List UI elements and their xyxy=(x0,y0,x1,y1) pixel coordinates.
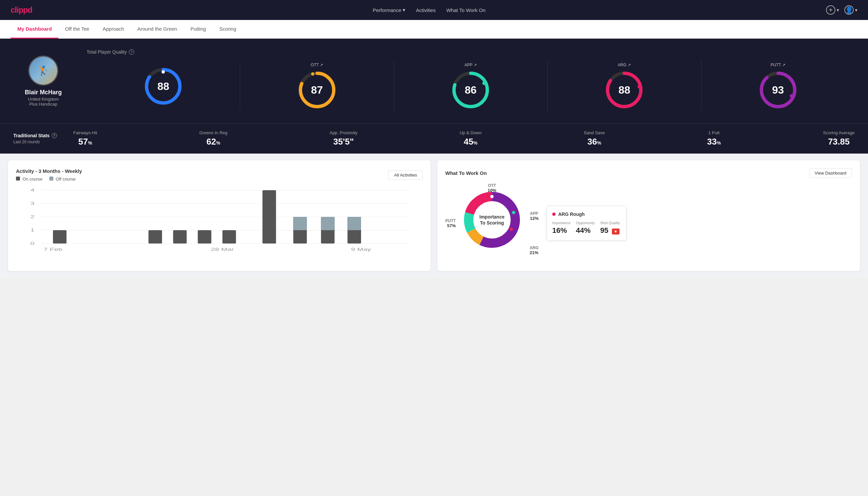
arg-label: ARG ↗ xyxy=(618,63,631,67)
svg-text:28 Mar: 28 Mar xyxy=(211,247,234,251)
metrics-section: Total Player Quality ? 88 xyxy=(86,49,855,113)
svg-point-8 xyxy=(482,82,486,85)
all-activities-button[interactable]: All Activities xyxy=(388,170,423,180)
svg-point-14 xyxy=(790,94,793,98)
info-card-metrics: Importance 16% Opportunity 44% Shot Qual… xyxy=(552,221,621,235)
svg-rect-27 xyxy=(173,230,187,244)
arg-circle: 88 xyxy=(604,70,644,110)
ott-metric: OTT ↗ 87 xyxy=(240,60,394,113)
svg-rect-28 xyxy=(198,230,211,244)
svg-point-45 xyxy=(512,211,515,214)
ott-label: OTT ↗ xyxy=(311,63,323,67)
app-metric: APP ↗ 86 xyxy=(394,60,548,113)
wtwo-panel-header: What To Work On View Dashboard xyxy=(445,168,852,178)
tab-scoring[interactable]: Scoring xyxy=(212,20,243,38)
player-country: United Kingdom xyxy=(28,97,59,102)
bar-chart-area: 4 3 2 1 0 xyxy=(16,187,423,253)
nav-links: Performance ▾ Activities What To Work On xyxy=(373,7,486,13)
overall-value: 88 xyxy=(157,80,169,93)
app-donut-label: APP xyxy=(530,211,539,216)
nav-activities[interactable]: Activities xyxy=(416,7,436,13)
stat-scoring-avg: Scoring Average 73.85 xyxy=(823,130,855,147)
chart-legend: On course Off course xyxy=(16,176,82,182)
tab-bar: My Dashboard Off the Tee Approach Around… xyxy=(0,20,868,38)
tab-approach[interactable]: Approach xyxy=(96,20,130,38)
app-circle: 86 xyxy=(451,70,491,110)
help-icon[interactable]: ? xyxy=(129,49,134,55)
putt-circle: 93 xyxy=(758,70,798,110)
nav-what-to-work-on[interactable]: What To Work On xyxy=(446,7,486,13)
svg-text:0: 0 xyxy=(30,241,34,246)
top-nav: clippd Performance ▾ Activities What To … xyxy=(0,0,868,20)
putt-metric: PUTT ↗ 93 xyxy=(701,60,855,113)
donut-center-line1: Importance xyxy=(479,214,504,220)
putt-value: 93 xyxy=(772,84,784,96)
nav-performance[interactable]: Performance ▾ xyxy=(373,7,405,13)
arg-donut-label: ARG xyxy=(530,246,539,250)
arg-value: 88 xyxy=(618,84,631,96)
svg-rect-34 xyxy=(321,217,335,230)
shot-quality-metric: Shot Quality 95 ▼ xyxy=(600,221,620,235)
activity-chart-title: Activity - 3 Months - Weekly xyxy=(16,168,82,174)
svg-text:7 Feb: 7 Feb xyxy=(44,247,63,251)
svg-point-44 xyxy=(490,195,494,198)
ott-value: 87 xyxy=(311,84,323,96)
svg-rect-26 xyxy=(148,230,162,244)
add-button[interactable]: + ▾ xyxy=(826,5,839,15)
tab-off-the-tee[interactable]: Off the Tee xyxy=(58,20,96,38)
player-info: 🏌️ Blair McHarg United Kingdom Plus Hand… xyxy=(13,56,73,107)
player-handicap: Plus Handicap xyxy=(29,102,57,107)
svg-rect-25 xyxy=(53,230,67,244)
ott-donut-label: OTT xyxy=(488,183,496,188)
nav-right: + ▾ 👤 ▾ xyxy=(826,5,857,15)
svg-point-46 xyxy=(510,228,513,231)
opportunity-metric: Opportunity 44% xyxy=(576,221,595,235)
metrics-title: Total Player Quality ? xyxy=(86,49,855,55)
hero-section: 🏌️ Blair McHarg United Kingdom Plus Hand… xyxy=(0,38,868,123)
activity-panel: Activity - 3 Months - Weekly On course O… xyxy=(8,160,431,271)
stat-greens-in-reg: Greens In Reg 62% xyxy=(199,130,227,147)
info-card-title: ARG Rough xyxy=(552,212,621,217)
tab-my-dashboard[interactable]: My Dashboard xyxy=(11,20,58,38)
stat-up-down: Up & Down 45% xyxy=(460,130,482,147)
svg-point-5 xyxy=(311,72,314,76)
view-dashboard-button[interactable]: View Dashboard xyxy=(809,168,852,178)
svg-text:2: 2 xyxy=(30,215,34,219)
off-course-legend: Off course xyxy=(49,176,76,182)
trad-stats-label: Traditional Stats ? Last 20 rounds xyxy=(13,133,60,144)
stat-sand-save: Sand Save 36% xyxy=(584,130,605,147)
svg-point-11 xyxy=(637,85,641,88)
stat-app-proximity: App. Proximity 35'5" xyxy=(329,130,358,147)
pink-dot-icon xyxy=(552,213,556,216)
chevron-down-icon: ▾ xyxy=(855,7,857,13)
svg-point-2 xyxy=(161,70,165,74)
svg-text:4: 4 xyxy=(30,188,34,192)
svg-text:9 May: 9 May xyxy=(351,247,372,251)
tab-around-the-green[interactable]: Around the Green xyxy=(130,20,184,38)
svg-rect-32 xyxy=(294,217,307,230)
svg-text:1: 1 xyxy=(30,228,34,232)
svg-rect-36 xyxy=(347,217,361,230)
putt-donut-label: PUTT xyxy=(445,218,456,223)
overall-circle: 88 xyxy=(143,66,183,106)
chevron-down-icon: ▾ xyxy=(837,7,839,13)
trad-help-icon[interactable]: ? xyxy=(52,133,57,138)
shot-quality-badge: ▼ xyxy=(612,229,620,234)
bottom-panels: Activity - 3 Months - Weekly On course O… xyxy=(0,154,868,278)
activity-panel-header: Activity - 3 Months - Weekly On course O… xyxy=(16,168,423,182)
arg-metric: ARG ↗ 88 xyxy=(548,60,701,113)
importance-metric: Importance 16% xyxy=(552,221,571,235)
stat-fairways-hit: Fairways Hit 57% xyxy=(73,130,97,147)
donut-center-line2: To Scoring xyxy=(479,220,504,226)
on-course-legend: On course xyxy=(16,176,43,182)
overall-metric: 88 xyxy=(86,64,240,109)
chevron-down-icon: ▾ xyxy=(403,7,405,13)
logo: clippd xyxy=(11,5,32,15)
stat-1-putt: 1 Putt 33% xyxy=(707,130,721,147)
user-menu-button[interactable]: 👤 ▾ xyxy=(845,5,857,15)
info-card: ARG Rough Importance 16% Opportunity 44%… xyxy=(547,206,627,241)
tab-putting[interactable]: Putting xyxy=(184,20,213,38)
svg-rect-29 xyxy=(222,230,236,244)
app-value: 86 xyxy=(464,84,477,96)
wtwo-title: What To Work On xyxy=(445,170,487,176)
